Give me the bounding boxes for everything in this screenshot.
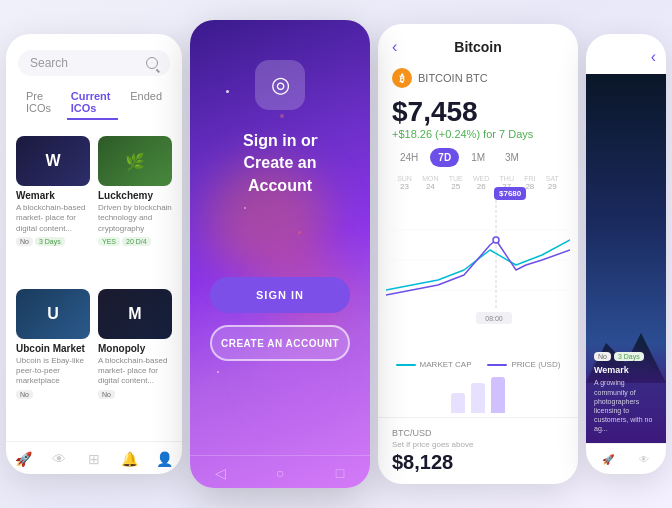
ubcoin-logo: U [47,305,59,323]
alert-label: Set if price goes above [392,440,564,449]
ico-card-wemark[interactable]: W Wemark A blockchain-based market- plac… [16,136,90,281]
screen-detail-partial: ‹ No 3 Days Wemark A growing community o… [586,34,666,474]
screen-signin: ◎ Sign in orCreate an Account SIGN IN CR… [190,20,370,488]
screen4-back-icon[interactable]: ‹ [651,48,656,66]
screen4-nav: 🚀 👁 [586,443,666,474]
svg-text:08:00: 08:00 [485,315,503,322]
tabs-row: Pre ICOs Current ICOs Ended [18,86,170,120]
nav-rocket-icon[interactable]: 🚀 [15,450,33,468]
nav-bell-icon[interactable]: 🔔 [120,450,138,468]
screen4-nav-rocket[interactable]: 🚀 [599,450,617,468]
wemark-badge-no: No [16,237,33,246]
time-tabs: 24H 7D 1M 3M [378,148,578,167]
luckchemy-name: Luckchemy [98,190,172,201]
tab-pre-icos[interactable]: Pre ICOs [22,86,59,120]
signin-content: ◎ Sign in orCreate an Account SIGN IN CR… [190,20,370,455]
screen4-title: Wemark [594,365,658,375]
ico-image-ubcoin: U [16,289,90,339]
chart-tooltip: $7680 [494,187,526,200]
nav-square-icon[interactable]: □ [331,464,349,482]
alert-section: BTC/USD Set if price goes above $8,128 [378,417,578,484]
screen2-nav: ◁ ○ □ [190,455,370,488]
ico-image-luckchemy: 🌿 [98,136,172,186]
chart-legend: MARKET CAP PRICE (USD) [378,356,578,373]
date-sat: SAT29 [546,175,559,191]
monopoly-badge: No [98,390,172,399]
ubcoin-badge-no: No [16,390,33,399]
monopoly-name: Monopoly [98,343,172,354]
luckchemy-badge-yes: YES [98,237,120,246]
price-usd-label: PRICE (USD) [511,360,560,369]
ubcoin-name: Ubcoin Market [16,343,90,354]
ico-card-ubcoin[interactable]: U Ubcoin Market Ubcoin is Ebay-like peer… [16,289,90,434]
legend-price-usd: PRICE (USD) [487,360,560,369]
ico-image-wemark: W [16,136,90,186]
search-text: Search [30,56,68,70]
date-mon: MON24 [422,175,438,191]
bar-chart [378,373,578,413]
wemark-badge: No 3 Days [16,237,90,246]
back-arrow-icon[interactable]: ‹ [392,38,397,56]
ubcoin-badge: No [16,390,90,399]
signin-title: Sign in orCreate an Account [210,130,350,197]
legend-market-cap: MARKET CAP [396,360,472,369]
bitcoin-change: +$18.26 (+0.24%) for 7 Days [378,128,578,140]
bitcoin-price: $7,458 [378,96,578,128]
date-tue: TUE25 [449,175,463,191]
price-usd-dot [487,364,507,366]
tab-24h[interactable]: 24H [392,148,426,167]
bitcoin-chart-svg: 08:00 [386,195,570,335]
ico-card-monopoly[interactable]: M Monopoly A blockchain-based market- pl… [98,289,172,434]
create-account-button[interactable]: CREATE AN ACCOUNT [210,325,350,361]
nav-home-icon[interactable]: ○ [271,464,289,482]
tab-3m[interactable]: 3M [497,148,527,167]
nav-eye-icon[interactable]: 👁 [50,450,68,468]
tab-current-icos[interactable]: Current ICOs [67,86,118,120]
monopoly-desc: A blockchain-based market- place for dig… [98,356,172,387]
chart-area: SUN23 MON24 TUE25 WED26 THU27 FRI28 SAT2… [378,175,578,356]
screen4-header: ‹ [586,34,666,74]
tab-1m[interactable]: 1M [463,148,493,167]
screen4-nav-eye[interactable]: 👁 [635,450,653,468]
luckchemy-desc: Driven by blockchain technology and cryp… [98,203,172,234]
wemark-logo: W [45,152,60,170]
wemark-badge-days: 3 Days [35,237,65,246]
chart-svg-container: $7680 08:00 [386,195,570,339]
search-icon [146,57,158,69]
screen4-overlay: No 3 Days Wemark A growing community of … [586,342,666,443]
bitcoin-icon: ₿ [392,68,412,88]
bar3 [491,377,505,413]
market-cap-label: MARKET CAP [420,360,472,369]
screen-ico-list: Search Pre ICOs Current ICOs Ended W Wem… [6,34,182,474]
alert-price: $8,128 [392,451,564,474]
luckchemy-badge-days: 20 D/4 [122,237,151,246]
nav-grid-icon[interactable]: ⊞ [85,450,103,468]
monopoly-logo: M [128,305,141,323]
luckchemy-badge: YES 20 D/4 [98,237,172,246]
bar2 [471,383,485,413]
wemark-desc: A blockchain-based market- place for dig… [16,203,90,234]
tab-ended[interactable]: Ended [126,86,166,120]
search-bar[interactable]: Search [18,50,170,76]
bar1 [451,393,465,413]
app-icon: ◎ [255,60,305,110]
signin-button[interactable]: SIGN IN [210,277,350,313]
app-logo-icon: ◎ [271,72,290,98]
date-fri: FRI28 [524,175,535,191]
nav-user-icon[interactable]: 👤 [155,450,173,468]
luckchemy-logo: 🌿 [125,152,145,171]
ubcoin-desc: Ubcoin is Ebay-like peer-to-peer marketp… [16,356,90,387]
bitcoin-info: ₿ BITCOIN BTC [378,64,578,92]
chart-title: Bitcoin [454,39,501,55]
tab-7d[interactable]: 7D [430,148,459,167]
screen1-nav: 🚀 👁 ⊞ 🔔 👤 [6,441,182,474]
screen4-image: No 3 Days Wemark A growing community of … [586,74,666,443]
monopoly-badge-no: No [98,390,115,399]
market-cap-dot [396,364,416,366]
ico-card-luckchemy[interactable]: 🌿 Luckchemy Driven by blockchain technol… [98,136,172,281]
bitcoin-label: BITCOIN BTC [418,72,488,84]
svg-point-4 [493,237,499,243]
nav-back-icon[interactable]: ◁ [211,464,229,482]
alert-currency: BTC/USD [392,428,564,438]
date-wed: WED26 [473,175,489,191]
